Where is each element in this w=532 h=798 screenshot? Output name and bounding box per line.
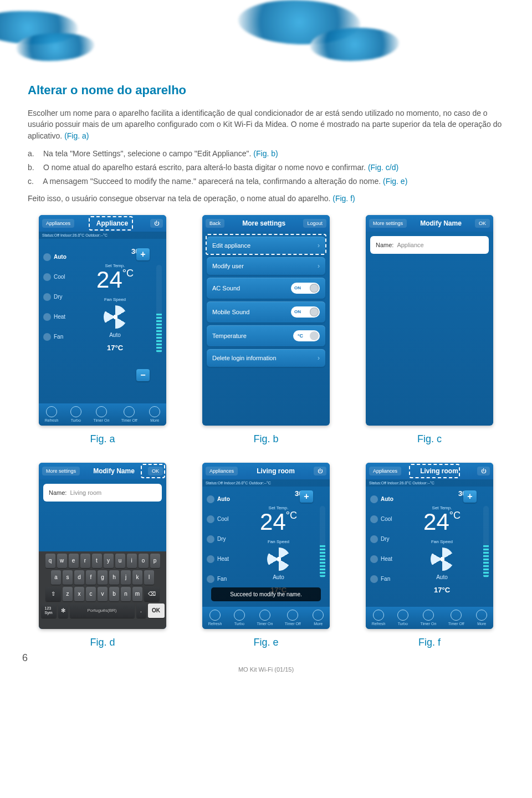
key-m[interactable]: m (132, 587, 142, 601)
mobile-sound-toggle[interactable]: ON (291, 306, 320, 318)
key-e[interactable]: e (69, 554, 79, 568)
key-f[interactable]: f (86, 570, 96, 585)
timer-on-button[interactable]: Timer On (420, 610, 436, 626)
key-s[interactable]: s (63, 570, 73, 585)
key-y[interactable]: y (104, 554, 114, 568)
key-v[interactable]: v (98, 587, 108, 601)
appliances-button[interactable]: Appliances (42, 219, 74, 228)
key-n[interactable]: n (121, 587, 131, 601)
key-c[interactable]: c (86, 587, 96, 601)
key-u[interactable]: u (115, 554, 125, 568)
appliances-button[interactable]: Appliances (206, 467, 238, 475)
key-t[interactable]: t (92, 554, 102, 568)
key-d[interactable]: d (74, 570, 84, 585)
mode-cool[interactable]: Cool (369, 509, 400, 529)
mode-auto[interactable]: Auto (369, 489, 400, 509)
name-input[interactable] (70, 489, 156, 496)
mode-dry[interactable]: Dry (42, 287, 73, 307)
temp-down-button[interactable]: − (136, 369, 150, 381)
mode-auto[interactable]: Auto (206, 489, 236, 509)
key-j[interactable]: j (121, 570, 131, 585)
refresh-button[interactable]: Refresh (372, 610, 386, 626)
ac-sound-item[interactable]: AC Sound ON (207, 278, 325, 299)
refresh-button[interactable]: Refresh (45, 406, 59, 422)
mode-fan[interactable]: Fan (42, 327, 73, 347)
temp-unit-toggle[interactable]: °C (293, 330, 320, 341)
key-k[interactable]: k (132, 570, 142, 585)
key-z[interactable]: z (63, 587, 73, 601)
back-more-settings-button[interactable]: More settings (42, 467, 80, 475)
key-backspace[interactable]: ⌫ (144, 587, 160, 601)
logout-button[interactable]: Logout (303, 219, 326, 228)
temp-up-button[interactable]: + (463, 490, 477, 503)
name-field[interactable]: Name: (370, 236, 489, 254)
key-h[interactable]: h (109, 570, 119, 585)
fan-icon[interactable] (104, 305, 127, 329)
mobile-sound-item[interactable]: Mobile Sound ON (207, 301, 325, 323)
appliance-title: Appliance (96, 219, 128, 227)
key-ok[interactable]: OK (148, 603, 165, 618)
back-more-settings-button[interactable]: More settings (369, 219, 407, 228)
turbo-button[interactable]: Turbo (70, 406, 81, 422)
mode-fan[interactable]: Fan (369, 569, 400, 589)
temp-up-button[interactable]: + (300, 490, 313, 503)
mode-heat[interactable]: Heat (369, 549, 400, 569)
back-button[interactable]: Back (206, 219, 224, 228)
key-space[interactable]: Português(BR) (70, 603, 135, 618)
timer-on-button[interactable]: Timer On (93, 406, 109, 422)
more-button[interactable]: More (313, 610, 324, 626)
timer-off-button[interactable]: Timer Off (448, 610, 464, 626)
mode-auto[interactable]: Auto (42, 247, 73, 267)
key-o[interactable]: o (139, 554, 149, 568)
ac-sound-toggle[interactable]: ON (291, 283, 320, 294)
key-b[interactable]: b (109, 587, 119, 601)
screenshot-fig-e: Appliances Living room ⏻ Status:Off Indo… (202, 463, 330, 629)
delete-login-item[interactable]: Delete login information › (207, 349, 325, 367)
edit-appliance-item[interactable]: Edit appliance › (207, 237, 325, 254)
key-p[interactable]: p (150, 554, 160, 568)
appliances-button[interactable]: Appliances (369, 467, 401, 475)
fan-icon[interactable] (267, 548, 290, 571)
power-icon[interactable]: ⏻ (314, 467, 326, 475)
key-r[interactable]: r (80, 554, 90, 568)
name-input[interactable] (397, 242, 483, 248)
key-sym[interactable]: 123 Sym (41, 603, 57, 618)
timer-off-button[interactable]: Timer Off (285, 610, 301, 626)
key-g[interactable]: g (98, 570, 108, 585)
key-i[interactable]: i (127, 554, 137, 568)
mode-dry[interactable]: Dry (369, 529, 400, 549)
key-settings[interactable]: ✻ (58, 603, 68, 618)
power-icon[interactable]: ⏻ (477, 467, 490, 475)
mode-heat[interactable]: Heat (206, 549, 236, 569)
key-a[interactable]: a (51, 570, 61, 585)
power-icon[interactable]: ⏻ (150, 219, 163, 228)
more-button[interactable]: More (149, 406, 160, 422)
turbo-button[interactable]: Turbo (397, 610, 408, 626)
temp-up-button[interactable]: + (136, 248, 150, 260)
name-field[interactable]: Name: (43, 484, 162, 502)
temp-slider[interactable] (320, 506, 325, 578)
temp-slider[interactable] (156, 265, 162, 354)
modify-user-item[interactable]: Modify user › (207, 257, 325, 275)
turbo-button[interactable]: Turbo (234, 610, 245, 626)
key-shift[interactable]: ⇧ (45, 587, 61, 601)
mode-heat[interactable]: Heat (42, 307, 73, 327)
fan-icon[interactable] (431, 548, 454, 571)
refresh-button[interactable]: Refresh (208, 610, 222, 626)
mode-cool[interactable]: Cool (206, 509, 236, 529)
mode-cool[interactable]: Cool (42, 267, 73, 287)
mode-dry[interactable]: Dry (206, 529, 236, 549)
more-button[interactable]: More (476, 610, 487, 626)
key-w[interactable]: w (57, 554, 67, 568)
key-x[interactable]: x (74, 587, 84, 601)
key-l[interactable]: l (144, 570, 154, 585)
key-dot[interactable]: . (136, 603, 146, 618)
temperature-item[interactable]: Temperature °C (207, 325, 325, 346)
ok-button[interactable]: OK (475, 219, 490, 228)
temp-slider[interactable] (483, 506, 489, 578)
timer-off-button[interactable]: Timer Off (121, 406, 137, 422)
key-q[interactable]: q (45, 554, 55, 568)
timer-on-button[interactable]: Timer On (257, 610, 273, 626)
mode-fan[interactable]: Fan (206, 569, 236, 589)
ok-button[interactable]: OK (148, 467, 163, 475)
